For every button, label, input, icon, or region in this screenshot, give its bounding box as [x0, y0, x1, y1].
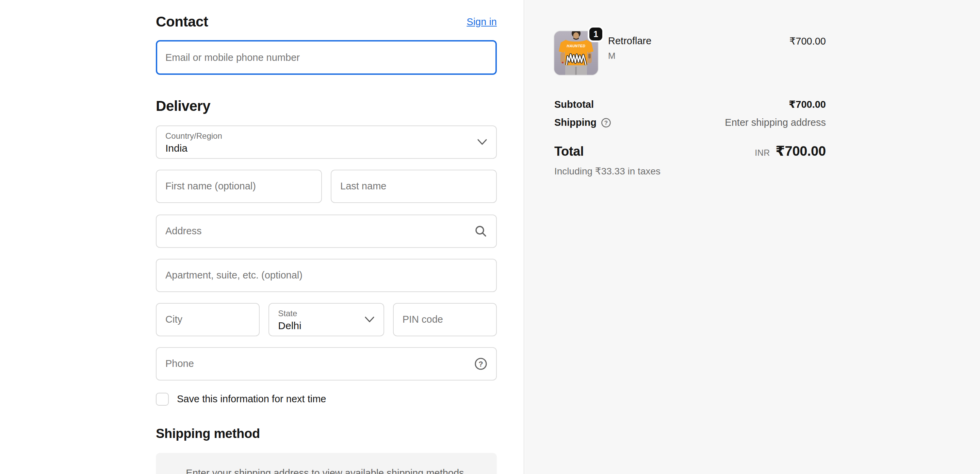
- subtotal-value: ₹700.00: [789, 98, 826, 110]
- checkout-form-panel: Contact Sign in Delivery Country/Region …: [0, 0, 524, 474]
- quantity-badge: 1: [588, 26, 604, 42]
- totals-block: Subtotal ₹700.00 Shipping ? Enter shippi…: [554, 98, 826, 177]
- shipping-label-wrap: Shipping ?: [554, 117, 611, 128]
- save-info-row[interactable]: Save this information for next time: [156, 393, 497, 406]
- shipping-value: Enter shipping address: [725, 117, 826, 128]
- pin-code-input[interactable]: [393, 303, 497, 336]
- country-select[interactable]: Country/Region India: [156, 125, 497, 159]
- address-field-wrap: [156, 214, 497, 248]
- help-circle-icon[interactable]: ?: [601, 117, 611, 128]
- phone-field-wrap: ?: [156, 347, 497, 380]
- state-select-value: Delhi: [278, 320, 363, 332]
- total-label: Total: [554, 144, 584, 159]
- chevron-down-icon: [477, 139, 487, 146]
- contact-header-row: Contact Sign in: [156, 14, 497, 30]
- order-summary-panel: HAUNTED 1 Retroflare M: [525, 0, 980, 474]
- subtotal-label: Subtotal: [554, 99, 594, 110]
- product-variant: M: [608, 51, 789, 61]
- shipping-row: Shipping ? Enter shipping address: [554, 117, 826, 128]
- city-state-pin-row: State Delhi: [156, 303, 497, 336]
- checkout-page: Contact Sign in Delivery Country/Region …: [0, 0, 980, 474]
- name-fields-row: [156, 170, 497, 203]
- save-info-checkbox[interactable]: [156, 393, 169, 406]
- shipping-label: Shipping: [554, 117, 597, 128]
- total-row: Total INR ₹700.00: [554, 143, 826, 159]
- country-select-value: India: [165, 142, 476, 154]
- address-input[interactable]: [156, 214, 497, 248]
- delivery-heading: Delivery: [156, 98, 497, 114]
- state-select[interactable]: State Delhi: [269, 303, 384, 336]
- subtotal-row: Subtotal ₹700.00: [554, 98, 826, 110]
- state-select-label: State: [278, 308, 363, 319]
- sign-in-link[interactable]: Sign in: [466, 16, 497, 27]
- product-name: Retroflare: [608, 35, 789, 47]
- shipping-method-notice-text: Enter your shipping address to view avai…: [186, 468, 466, 474]
- apartment-input[interactable]: [156, 259, 497, 292]
- shipping-method-heading: Shipping method: [156, 426, 497, 442]
- product-price: ₹700.00: [789, 31, 826, 47]
- city-input[interactable]: [156, 303, 259, 336]
- shipping-method-notice: Enter your shipping address to view avai…: [156, 453, 497, 474]
- product-thumbnail: HAUNTED 1: [554, 31, 598, 75]
- order-summary-column: HAUNTED 1 Retroflare M: [525, 0, 826, 177]
- chevron-down-icon: [364, 316, 375, 323]
- product-info: Retroflare M: [608, 31, 789, 61]
- phone-input[interactable]: [156, 347, 497, 380]
- country-select-label: Country/Region: [165, 131, 476, 141]
- save-info-label: Save this information for next time: [177, 393, 326, 405]
- svg-text:?: ?: [605, 120, 608, 126]
- svg-text:HAUNTED: HAUNTED: [567, 44, 585, 48]
- total-value: ₹700.00: [775, 143, 826, 159]
- first-name-input[interactable]: [156, 170, 322, 203]
- total-amount: INR ₹700.00: [755, 143, 826, 159]
- email-or-phone-input[interactable]: [156, 40, 497, 75]
- tax-note: Including ₹33.33 in taxes: [554, 166, 826, 177]
- cart-line-item: HAUNTED 1 Retroflare M: [554, 31, 826, 75]
- checkout-form-column: Contact Sign in Delivery Country/Region …: [156, 14, 497, 474]
- last-name-input[interactable]: [331, 170, 497, 203]
- contact-heading: Contact: [156, 14, 208, 30]
- currency-code: INR: [755, 148, 770, 158]
